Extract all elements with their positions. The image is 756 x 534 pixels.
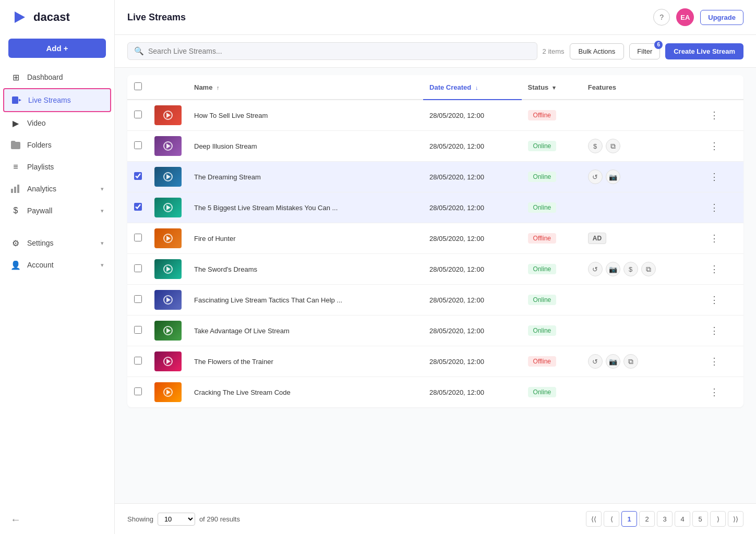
add-button[interactable]: Add + [8, 39, 106, 58]
row-checkbox[interactable] [134, 357, 142, 365]
date-created-cell: 28/05/2020, 12:00 [423, 162, 522, 192]
actions-cell[interactable]: ⋮ [699, 346, 743, 377]
row-checkbox-cell[interactable] [127, 254, 148, 285]
table-row: The Flowers of the Trainer 28/05/2020, 1… [127, 346, 743, 377]
live-streams-icon [11, 95, 22, 105]
row-checkbox-cell[interactable] [127, 377, 148, 408]
thumbnail [154, 198, 182, 217]
copy-feature-icon[interactable]: ⧉ [641, 262, 656, 276]
prev-page-button[interactable]: ⟨ [604, 511, 619, 527]
row-checkbox[interactable] [134, 141, 142, 149]
collapse-button[interactable]: ← [10, 514, 21, 526]
camera-feature-icon[interactable]: 📷 [606, 262, 620, 276]
replay-feature-icon[interactable]: ↺ [588, 354, 603, 369]
create-live-stream-button[interactable]: Create Live Stream [665, 43, 743, 59]
more-options-button[interactable]: ⋮ [705, 200, 723, 215]
dollar-feature-icon[interactable]: $ [623, 262, 638, 276]
features-container: ↺📷$⧉ [588, 262, 693, 276]
row-checkbox-cell[interactable] [127, 192, 148, 223]
row-checkbox-cell[interactable] [127, 285, 148, 315]
sidebar-item-label: Video [27, 119, 46, 127]
row-checkbox-cell[interactable] [127, 162, 148, 192]
page-number-button[interactable]: 2 [639, 511, 655, 527]
name-column-header[interactable]: Name ↑ [188, 75, 423, 100]
table-row: Deep Illusion Stream 28/05/2020, 12:00 O… [127, 131, 743, 162]
user-avatar[interactable]: EA [676, 8, 694, 26]
more-options-button[interactable]: ⋮ [705, 354, 723, 369]
row-checkbox[interactable] [134, 326, 142, 334]
chevron-down-icon: ▾ [101, 186, 104, 192]
date-created-column-header[interactable]: Date Created ↓ [423, 75, 522, 100]
sidebar-item-settings[interactable]: ⚙ Settings ▾ [0, 232, 114, 254]
sidebar-item-dashboard[interactable]: ⊞ Dashboard [0, 66, 114, 88]
bulk-actions-button[interactable]: Bulk Actions [570, 43, 625, 59]
last-page-button[interactable]: ⟩⟩ [728, 511, 743, 527]
page-number-button[interactable]: 1 [621, 511, 637, 527]
help-button[interactable]: ? [653, 9, 670, 26]
more-options-button[interactable]: ⋮ [705, 230, 723, 246]
row-checkbox-cell[interactable] [127, 131, 148, 162]
thumbnail-cell [148, 346, 188, 377]
sidebar-item-account[interactable]: 👤 Account ▾ [0, 254, 114, 276]
more-options-button[interactable]: ⋮ [705, 138, 723, 154]
row-checkbox[interactable] [134, 234, 142, 241]
first-page-button[interactable]: ⟨⟨ [586, 511, 602, 527]
actions-cell[interactable]: ⋮ [699, 223, 743, 254]
more-options-button[interactable]: ⋮ [705, 169, 723, 185]
actions-cell[interactable]: ⋮ [699, 162, 743, 192]
select-all-header[interactable] [127, 75, 148, 100]
row-checkbox-cell[interactable] [127, 315, 148, 346]
sidebar-item-video[interactable]: ▶ Video [0, 112, 114, 134]
actions-cell[interactable]: ⋮ [699, 192, 743, 223]
next-page-button[interactable]: ⟩ [710, 511, 726, 527]
page-number-button[interactable]: 3 [657, 511, 673, 527]
actions-cell[interactable]: ⋮ [699, 131, 743, 162]
row-checkbox[interactable] [134, 172, 142, 180]
actions-cell[interactable]: ⋮ [699, 315, 743, 346]
more-options-button[interactable]: ⋮ [705, 323, 723, 338]
camera-feature-icon[interactable]: 📷 [606, 354, 620, 369]
upgrade-button[interactable]: Upgrade [700, 10, 743, 25]
row-checkbox[interactable] [134, 264, 142, 272]
actions-cell[interactable]: ⋮ [699, 377, 743, 408]
page-number-button[interactable]: 5 [692, 511, 708, 527]
play-icon [163, 326, 173, 335]
row-checkbox[interactable] [134, 295, 142, 303]
row-checkbox-cell[interactable] [127, 346, 148, 377]
row-checkbox-cell[interactable] [127, 223, 148, 254]
sidebar-item-paywall[interactable]: $ Paywall ▾ [0, 200, 114, 222]
row-checkbox[interactable] [134, 387, 142, 395]
row-checkbox[interactable] [134, 203, 142, 211]
sidebar-item-folders[interactable]: Folders [0, 134, 114, 156]
sidebar-item-playlists[interactable]: ≡ Playlists [0, 156, 114, 178]
more-options-button[interactable]: ⋮ [705, 107, 723, 123]
camera-feature-icon[interactable]: 📷 [606, 169, 620, 184]
status-column-header[interactable]: Status ▾ [522, 75, 582, 100]
features-cell: $⧉ [582, 131, 699, 162]
table-row: Cracking The Live Stream Code 28/05/2020… [127, 377, 743, 408]
copy-feature-icon[interactable]: ⧉ [623, 354, 638, 369]
row-checkbox[interactable] [134, 111, 142, 118]
more-options-button[interactable]: ⋮ [705, 261, 723, 277]
copy-feature-icon[interactable]: ⧉ [606, 139, 620, 153]
actions-cell[interactable]: ⋮ [699, 100, 743, 131]
stream-name: The Flowers of the Trainer [194, 358, 273, 366]
search-input[interactable] [148, 47, 531, 55]
more-options-button[interactable]: ⋮ [705, 292, 723, 308]
replay-feature-icon[interactable]: ↺ [588, 262, 603, 276]
sidebar-item-analytics[interactable]: Analytics ▾ [0, 178, 114, 200]
filter-button[interactable]: Filter 6 [629, 43, 660, 59]
row-checkbox-cell[interactable] [127, 100, 148, 131]
more-options-button[interactable]: ⋮ [705, 384, 723, 400]
select-all-checkbox[interactable] [134, 82, 142, 90]
page-number-button[interactable]: 4 [675, 511, 690, 527]
thumbnail [154, 351, 182, 371]
per-page-select[interactable]: 102550100 [158, 513, 195, 526]
dollar-feature-icon[interactable]: $ [588, 139, 603, 153]
folders-icon [10, 140, 21, 150]
actions-cell[interactable]: ⋮ [699, 254, 743, 285]
sidebar-item-live-streams[interactable]: Live Streams [3, 88, 111, 112]
table-row: How To Sell Live Stream 28/05/2020, 12:0… [127, 100, 743, 131]
replay-feature-icon[interactable]: ↺ [588, 169, 603, 184]
actions-cell[interactable]: ⋮ [699, 285, 743, 315]
